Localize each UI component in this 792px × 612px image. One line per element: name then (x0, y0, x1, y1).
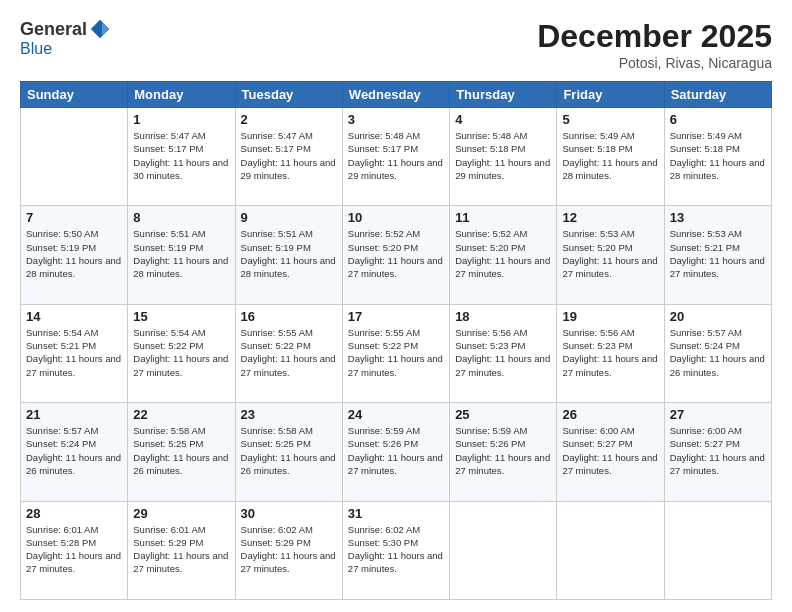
day-info: Sunrise: 5:59 AMSunset: 5:26 PMDaylight:… (455, 424, 551, 477)
day-number: 30 (241, 506, 337, 521)
day-number: 29 (133, 506, 229, 521)
day-number: 27 (670, 407, 766, 422)
day-info: Sunrise: 5:55 AMSunset: 5:22 PMDaylight:… (241, 326, 337, 379)
day-number: 19 (562, 309, 658, 324)
calendar-cell: 2Sunrise: 5:47 AMSunset: 5:17 PMDaylight… (235, 108, 342, 206)
day-info: Sunrise: 5:53 AMSunset: 5:20 PMDaylight:… (562, 227, 658, 280)
calendar-cell: 22Sunrise: 5:58 AMSunset: 5:25 PMDayligh… (128, 403, 235, 501)
day-info: Sunrise: 5:57 AMSunset: 5:24 PMDaylight:… (670, 326, 766, 379)
calendar-cell: 5Sunrise: 5:49 AMSunset: 5:18 PMDaylight… (557, 108, 664, 206)
calendar-cell (557, 501, 664, 599)
day-number: 17 (348, 309, 444, 324)
day-number: 22 (133, 407, 229, 422)
logo-general-text: General (20, 19, 87, 40)
day-info: Sunrise: 5:53 AMSunset: 5:21 PMDaylight:… (670, 227, 766, 280)
logo-icon (89, 18, 111, 40)
calendar-cell: 8Sunrise: 5:51 AMSunset: 5:19 PMDaylight… (128, 206, 235, 304)
day-number: 26 (562, 407, 658, 422)
calendar-cell: 15Sunrise: 5:54 AMSunset: 5:22 PMDayligh… (128, 304, 235, 402)
calendar-cell: 4Sunrise: 5:48 AMSunset: 5:18 PMDaylight… (450, 108, 557, 206)
day-info: Sunrise: 5:58 AMSunset: 5:25 PMDaylight:… (133, 424, 229, 477)
day-number: 12 (562, 210, 658, 225)
weekday-header-thursday: Thursday (450, 82, 557, 108)
calendar-cell: 12Sunrise: 5:53 AMSunset: 5:20 PMDayligh… (557, 206, 664, 304)
day-info: Sunrise: 5:58 AMSunset: 5:25 PMDaylight:… (241, 424, 337, 477)
day-info: Sunrise: 5:49 AMSunset: 5:18 PMDaylight:… (670, 129, 766, 182)
calendar-cell: 27Sunrise: 6:00 AMSunset: 5:27 PMDayligh… (664, 403, 771, 501)
weekday-header-tuesday: Tuesday (235, 82, 342, 108)
day-number: 18 (455, 309, 551, 324)
day-info: Sunrise: 5:52 AMSunset: 5:20 PMDaylight:… (348, 227, 444, 280)
day-number: 4 (455, 112, 551, 127)
day-info: Sunrise: 5:47 AMSunset: 5:17 PMDaylight:… (133, 129, 229, 182)
svg-marker-1 (102, 22, 109, 37)
calendar-table: SundayMondayTuesdayWednesdayThursdayFrid… (20, 81, 772, 600)
calendar-cell: 24Sunrise: 5:59 AMSunset: 5:26 PMDayligh… (342, 403, 449, 501)
day-info: Sunrise: 5:51 AMSunset: 5:19 PMDaylight:… (241, 227, 337, 280)
title-block: December 2025 Potosi, Rivas, Nicaragua (537, 18, 772, 71)
month-title: December 2025 (537, 18, 772, 55)
day-number: 15 (133, 309, 229, 324)
calendar-cell (450, 501, 557, 599)
day-number: 6 (670, 112, 766, 127)
calendar-cell: 14Sunrise: 5:54 AMSunset: 5:21 PMDayligh… (21, 304, 128, 402)
day-number: 23 (241, 407, 337, 422)
calendar-cell: 9Sunrise: 5:51 AMSunset: 5:19 PMDaylight… (235, 206, 342, 304)
day-number: 11 (455, 210, 551, 225)
calendar-cell: 3Sunrise: 5:48 AMSunset: 5:17 PMDaylight… (342, 108, 449, 206)
calendar-cell: 7Sunrise: 5:50 AMSunset: 5:19 PMDaylight… (21, 206, 128, 304)
page: General Blue December 2025 Potosi, Rivas… (0, 0, 792, 612)
calendar-cell: 29Sunrise: 6:01 AMSunset: 5:29 PMDayligh… (128, 501, 235, 599)
day-info: Sunrise: 5:56 AMSunset: 5:23 PMDaylight:… (455, 326, 551, 379)
day-number: 16 (241, 309, 337, 324)
calendar-cell: 19Sunrise: 5:56 AMSunset: 5:23 PMDayligh… (557, 304, 664, 402)
calendar-cell: 30Sunrise: 6:02 AMSunset: 5:29 PMDayligh… (235, 501, 342, 599)
day-number: 3 (348, 112, 444, 127)
day-info: Sunrise: 5:56 AMSunset: 5:23 PMDaylight:… (562, 326, 658, 379)
calendar-cell: 31Sunrise: 6:02 AMSunset: 5:30 PMDayligh… (342, 501, 449, 599)
calendar-cell: 17Sunrise: 5:55 AMSunset: 5:22 PMDayligh… (342, 304, 449, 402)
calendar-cell: 21Sunrise: 5:57 AMSunset: 5:24 PMDayligh… (21, 403, 128, 501)
day-info: Sunrise: 5:59 AMSunset: 5:26 PMDaylight:… (348, 424, 444, 477)
day-number: 8 (133, 210, 229, 225)
day-number: 20 (670, 309, 766, 324)
calendar-cell (664, 501, 771, 599)
calendar-cell: 25Sunrise: 5:59 AMSunset: 5:26 PMDayligh… (450, 403, 557, 501)
calendar-cell: 16Sunrise: 5:55 AMSunset: 5:22 PMDayligh… (235, 304, 342, 402)
day-number: 24 (348, 407, 444, 422)
calendar-cell: 13Sunrise: 5:53 AMSunset: 5:21 PMDayligh… (664, 206, 771, 304)
day-number: 28 (26, 506, 122, 521)
day-number: 9 (241, 210, 337, 225)
weekday-header-wednesday: Wednesday (342, 82, 449, 108)
calendar-cell: 26Sunrise: 6:00 AMSunset: 5:27 PMDayligh… (557, 403, 664, 501)
day-info: Sunrise: 6:01 AMSunset: 5:29 PMDaylight:… (133, 523, 229, 576)
weekday-header-sunday: Sunday (21, 82, 128, 108)
location-subtitle: Potosi, Rivas, Nicaragua (537, 55, 772, 71)
day-number: 14 (26, 309, 122, 324)
day-info: Sunrise: 6:00 AMSunset: 5:27 PMDaylight:… (670, 424, 766, 477)
day-info: Sunrise: 5:47 AMSunset: 5:17 PMDaylight:… (241, 129, 337, 182)
day-info: Sunrise: 6:02 AMSunset: 5:30 PMDaylight:… (348, 523, 444, 576)
calendar-cell: 11Sunrise: 5:52 AMSunset: 5:20 PMDayligh… (450, 206, 557, 304)
logo: General Blue (20, 18, 111, 58)
day-number: 10 (348, 210, 444, 225)
day-number: 13 (670, 210, 766, 225)
day-info: Sunrise: 5:57 AMSunset: 5:24 PMDaylight:… (26, 424, 122, 477)
day-info: Sunrise: 5:48 AMSunset: 5:18 PMDaylight:… (455, 129, 551, 182)
header: General Blue December 2025 Potosi, Rivas… (20, 18, 772, 71)
day-info: Sunrise: 5:54 AMSunset: 5:22 PMDaylight:… (133, 326, 229, 379)
day-info: Sunrise: 5:51 AMSunset: 5:19 PMDaylight:… (133, 227, 229, 280)
weekday-header-friday: Friday (557, 82, 664, 108)
calendar-cell: 6Sunrise: 5:49 AMSunset: 5:18 PMDaylight… (664, 108, 771, 206)
calendar-cell (21, 108, 128, 206)
day-info: Sunrise: 5:54 AMSunset: 5:21 PMDaylight:… (26, 326, 122, 379)
day-info: Sunrise: 6:02 AMSunset: 5:29 PMDaylight:… (241, 523, 337, 576)
day-number: 31 (348, 506, 444, 521)
calendar-cell: 1Sunrise: 5:47 AMSunset: 5:17 PMDaylight… (128, 108, 235, 206)
calendar-cell: 28Sunrise: 6:01 AMSunset: 5:28 PMDayligh… (21, 501, 128, 599)
weekday-header-monday: Monday (128, 82, 235, 108)
logo-blue-text: Blue (20, 40, 52, 57)
day-number: 21 (26, 407, 122, 422)
day-info: Sunrise: 6:00 AMSunset: 5:27 PMDaylight:… (562, 424, 658, 477)
day-number: 7 (26, 210, 122, 225)
